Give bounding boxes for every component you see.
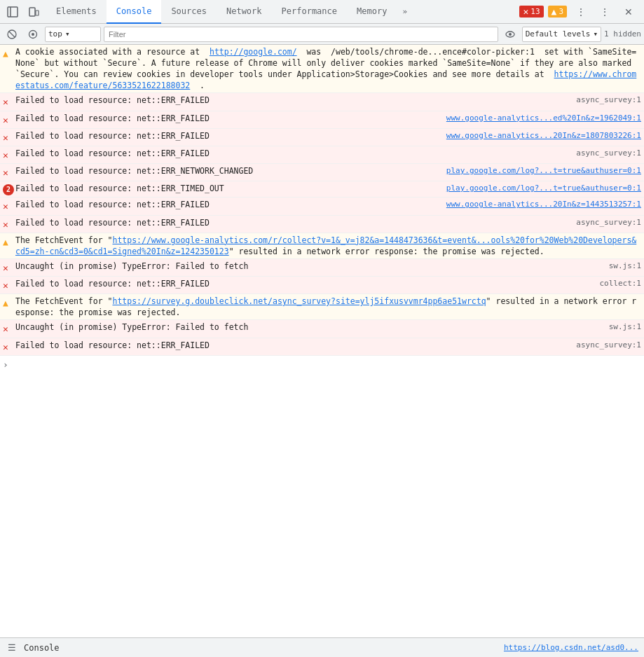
svg-rect-2 [29,8,35,16]
console-row: ✕Failed to load resource: net::ERR_FAILE… [0,129,644,146]
row-source[interactable]: www.google-analytics...20In&z=1807803226… [446,130,641,141]
row-source[interactable]: collect:1 [599,278,641,289]
error-icon: ✕ [3,340,15,354]
tab-console[interactable]: Console [107,0,162,24]
row-content: Uncaught (in promise) TypeError: Failed … [15,321,603,333]
more-tabs-button[interactable]: » [397,0,413,24]
row-content: Failed to load resource: net::ERR_FAILED [15,278,594,289]
error-icon: ✕ [3,217,15,231]
toggle-panel-button[interactable] [3,2,22,22]
clear-console-button[interactable] [3,25,21,43]
row-source[interactable]: async_survey:1 [576,95,641,105]
tab-performance[interactable]: Performance [272,0,347,24]
context-selector[interactable]: top ▾ [45,27,101,42]
console-row: ✕Failed to load resource: net::ERR_FAILE… [0,93,644,111]
tab-elements[interactable]: Elements [46,0,107,24]
console-output: ▲A cookie associated with a resource at … [0,45,644,637]
error-icon: ✕ [3,95,15,109]
bottom-bar-url[interactable]: https://blog.csdn.net/asd0... [504,643,638,652]
responsive-mode-button[interactable] [24,2,43,22]
console-input[interactable] [11,360,641,370]
eye-icon-button[interactable] [501,25,519,43]
console-row: ▲The FetchEvent for "https://www.google-… [0,233,644,259]
filter-input[interactable] [104,27,498,42]
console-row: ✕Failed to load resource: net::ERR_FAILE… [0,338,644,356]
row-source[interactable]: play.google.com/log?...t=true&authuser=0… [446,165,641,176]
tab-bar-right: ✕ 13 ▲ 3 ⋮ ⋮ ✕ [514,2,644,22]
tab-bar: Elements Console Sources Network Perform… [0,0,644,24]
row-content: The FetchEvent for "https://www.google-a… [15,235,641,257]
error-icon: ✕ [3,165,15,179]
svg-point-9 [509,33,512,36]
console-prompt[interactable]: › [0,356,644,374]
warning-icon: ▲ [3,46,15,60]
row-source[interactable]: async_survey:1 [576,148,641,158]
tab-memory[interactable]: Memory [347,0,397,24]
console-row: ✕Failed to load resource: net::ERR_FAILE… [0,277,644,294]
console-row: ✕Failed to load resource: net::ERR_FAILE… [0,111,644,129]
row-content: Failed to load resource: net::ERR_NETWOR… [15,165,441,177]
error-icon: ✕ [3,130,15,144]
console-row: ✕Failed to load resource: net::ERR_FAILE… [0,216,644,233]
row-content: Failed to load resource: net::ERR_TIMED_… [15,183,441,194]
warning-count-badge: ▲ 3 [548,6,567,18]
svg-rect-0 [8,7,18,17]
svg-rect-3 [36,11,39,15]
console-row: ✕Failed to load resource: net::ERR_NETWO… [0,164,644,181]
error-icon: ✕ [3,261,15,275]
prompt-char: › [3,359,8,371]
tab-network[interactable]: Network [217,0,272,24]
row-source[interactable]: www.google-analytics...20In&z=1443513257… [446,199,641,209]
row-source[interactable]: www.google-analytics...ed%20In&z=1962049… [446,113,641,123]
bottom-bar-title: Console [24,643,60,653]
bottom-bar: ☰ Console https://blog.csdn.net/asd0... [0,637,644,657]
svg-line-5 [9,32,15,37]
error-icon: 2 [3,183,15,195]
error-icon: ✕ [3,113,15,127]
tab-sources[interactable]: Sources [161,0,217,24]
row-content: Failed to load resource: net::ERR_FAILED [15,130,441,141]
row-source[interactable]: play.google.com/log?...t=true&authuser=0… [446,183,641,193]
console-row: ✕Failed to load resource: net::ERR_FAILE… [0,146,644,164]
row-content: Failed to load resource: net::ERR_FAILED [15,113,441,124]
row-source[interactable]: sw.js:1 [609,321,641,332]
error-icon: ✕ [3,199,15,213]
console-toolbar: top ▾ Default levels ▾ 1 hidden [0,24,644,45]
tab-bar-left [0,2,46,22]
warning-icon: ▲ [3,296,15,310]
error-icon: ✕ [3,148,15,162]
row-content: A cookie associated with a resource at h… [15,46,641,91]
console-row: 2Failed to load resource: net::ERR_TIMED… [0,181,644,198]
row-content: Failed to load resource: net::ERR_FAILED [15,148,570,159]
row-source[interactable]: async_survey:1 [576,217,641,228]
console-row: ✕Uncaught (in promise) TypeError: Failed… [0,320,644,338]
levels-select[interactable]: Default levels ▾ [522,27,601,42]
settings-button[interactable]: ⋮ [571,2,591,22]
console-row: ▲A cookie associated with a resource at … [0,45,644,93]
row-source[interactable]: async_survey:1 [576,340,641,350]
more-options-button[interactable]: ⋮ [595,2,615,22]
filter-toggle-button[interactable] [24,25,42,43]
row-source[interactable]: sw.js:1 [609,261,641,271]
bottom-panel-icon[interactable]: ☰ [6,642,18,654]
warning-icon: ▲ [3,235,15,249]
row-content: Failed to load resource: net::ERR_FAILED [15,95,570,106]
close-button[interactable]: ✕ [619,2,638,22]
console-row: ✕Failed to load resource: net::ERR_FAILE… [0,198,644,215]
row-content: Uncaught (in promise) TypeError: Failed … [15,261,603,272]
error-count-badge: ✕ 13 [519,6,543,18]
svg-point-7 [32,33,34,36]
error-icon: ✕ [3,278,15,292]
row-content: Failed to load resource: net::ERR_FAILED [15,199,441,210]
row-content: The FetchEvent for "https://survey.g.dou… [15,296,641,318]
console-row: ▲The FetchEvent for "https://survey.g.do… [0,294,644,320]
row-content: Failed to load resource: net::ERR_FAILED [15,340,570,351]
hidden-count: 1 hidden [604,29,641,39]
console-row: ✕Uncaught (in promise) TypeError: Failed… [0,259,644,277]
row-content: Failed to load resource: net::ERR_FAILED [15,217,570,228]
error-icon: ✕ [3,321,15,336]
